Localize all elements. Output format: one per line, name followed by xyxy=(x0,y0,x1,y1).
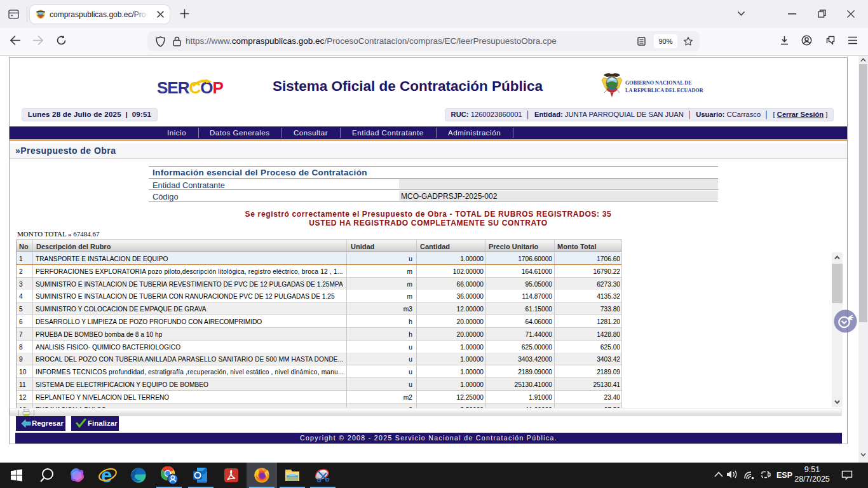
svg-text:e: e xyxy=(101,464,112,487)
